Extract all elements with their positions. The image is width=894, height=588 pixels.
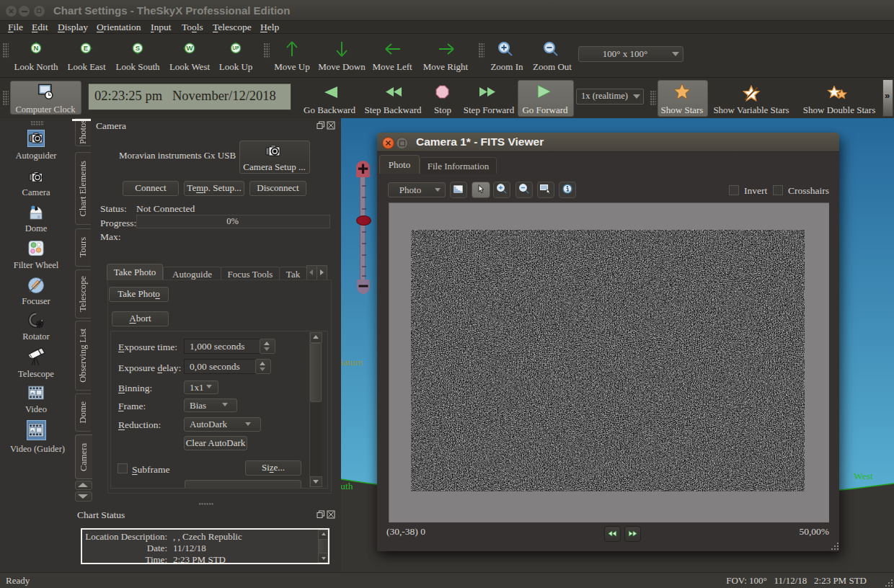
svg-text:UP: UP <box>232 45 239 50</box>
svg-text:S: S <box>136 44 140 52</box>
svg-text:E: E <box>84 44 88 52</box>
svg-text:N: N <box>34 44 39 52</box>
svg-text:W: W <box>187 44 193 52</box>
